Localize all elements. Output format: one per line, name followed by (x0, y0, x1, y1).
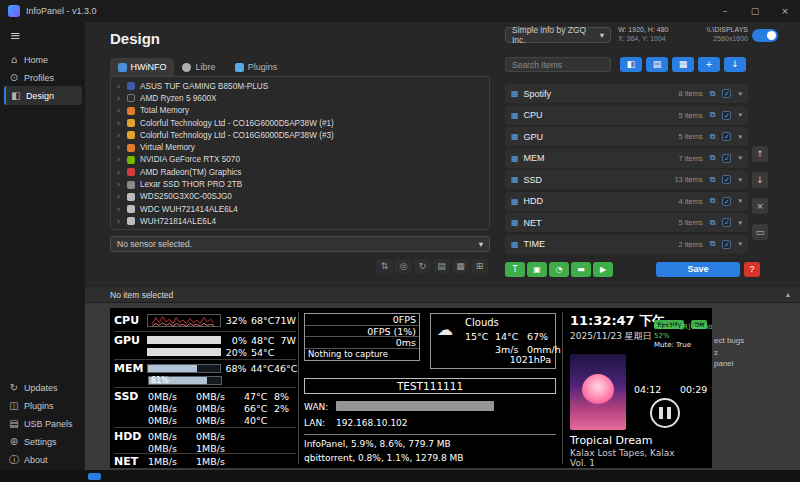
panel-action-add-button[interactable]: + (698, 57, 720, 72)
chevron-down-icon[interactable]: ▾ (738, 90, 742, 98)
sidebar-item-about[interactable]: ⓘ About (4, 450, 82, 469)
sensor-tree-item[interactable]: ›WDS250G3X0C-00SJG0 (111, 191, 489, 203)
sidebar-item-profiles[interactable]: ⊙ Profiles (4, 68, 82, 87)
chevron-down-icon[interactable]: ▾ (738, 176, 742, 184)
link-icon[interactable]: ⧉ (710, 89, 716, 99)
sensor-tree-item[interactable]: ›AMD Radeon(TM) Graphics (111, 166, 489, 178)
tree-toolbar-view-button[interactable]: ◎ (395, 259, 412, 273)
link-icon[interactable]: ⧉ (710, 110, 716, 120)
chevron-down-icon[interactable]: ▾ (738, 133, 742, 141)
item-group-time[interactable]: ▦ TIME 2 items ⧉ ✓ ▾ (505, 235, 748, 254)
about-icon: ⓘ (4, 453, 24, 467)
group-checkbox[interactable]: ✓ (722, 132, 731, 141)
chevron-down-icon[interactable]: ▾ (738, 219, 742, 227)
sensor-select[interactable]: No sensor selected. ▾ (110, 236, 490, 252)
tab-hwinfo[interactable]: HWiNFO (110, 58, 174, 76)
add-bar-button[interactable]: ▬ (571, 262, 591, 277)
group-count: 5 items (679, 132, 703, 141)
tree-toolbar-add-button[interactable]: ⊞ (471, 259, 488, 273)
panel-action-style-button[interactable]: ◧ (620, 57, 642, 72)
sidebar-item-settings[interactable]: ⊛ Settings (4, 432, 82, 451)
chevron-down-icon[interactable]: ▾ (738, 111, 742, 119)
group-checkbox[interactable]: ✓ (722, 111, 731, 120)
tab-libre[interactable]: Libre (176, 58, 222, 76)
remove-button[interactable]: × (752, 198, 768, 214)
sidebar-item-home[interactable]: ⌂ Home (4, 50, 82, 69)
sensor-tree-item[interactable]: ›Colorful Technology Ltd - CO16G6000D5AP… (111, 129, 489, 141)
tree-toolbar-list-button[interactable]: ▤ (433, 259, 450, 273)
panel-preview-canvas[interactable]: CPU 32% 68°C 71W GPU 0% 48°C 7W 20% 54°C (110, 308, 712, 468)
add-gauge-button[interactable]: ◔ (549, 262, 569, 277)
item-group-gpu[interactable]: ▦ GPU 5 items ⧉ ✓ ▾ (505, 127, 748, 146)
link-icon[interactable]: ⧉ (710, 239, 716, 249)
profile-select[interactable]: Simple info by ZGQ Inc. ▾ (505, 27, 611, 43)
panel-action-import-button[interactable]: ↓ (724, 57, 746, 72)
tree-toolbar-refresh-button[interactable]: ↻ (414, 259, 431, 273)
chevron-down-icon[interactable]: ▾ (738, 197, 742, 205)
trash-icon[interactable]: ▭ (752, 224, 768, 240)
group-count: 7 items (679, 154, 703, 163)
device-icon (127, 119, 135, 127)
sensor-tree-item[interactable]: ›ASUS TUF GAMING B850M-PLUS (111, 80, 489, 92)
taskbar-app-indicator[interactable] (88, 473, 101, 480)
collapse-icon[interactable]: ▴ (786, 290, 790, 299)
group-checkbox[interactable]: ✓ (722, 197, 731, 206)
link-icon[interactable]: ⧉ (710, 153, 716, 163)
group-checkbox[interactable]: ✓ (722, 175, 731, 184)
item-group-net[interactable]: ▦ NET 5 items ⧉ ✓ ▾ (505, 213, 748, 232)
sidebar-item-usb-panels[interactable]: ▤ USB Panels (4, 414, 82, 433)
save-button[interactable]: Save (656, 262, 740, 277)
chevron-right-icon: › (117, 217, 127, 226)
item-group-mem[interactable]: ▦ MEM 7 items ⧉ ✓ ▾ (505, 149, 748, 168)
item-group-cpu[interactable]: ▦ CPU 5 items ⧉ ✓ ▾ (505, 106, 748, 125)
sidebar-item-design[interactable]: ◧ Design (4, 86, 82, 105)
group-checkbox[interactable]: ✓ (722, 240, 731, 249)
close-button[interactable]: × (770, 0, 800, 22)
run-button[interactable]: ▶ (593, 262, 613, 277)
clock-date: 2025/11/23 星期日 (570, 330, 652, 343)
search-input[interactable] (505, 57, 611, 72)
maximize-button[interactable]: ▢ (740, 0, 770, 22)
device-icon (127, 217, 135, 225)
display-toggle[interactable] (752, 29, 778, 42)
link-icon[interactable]: ⧉ (710, 218, 716, 228)
item-group-ssd[interactable]: ▦ SSD 13 items ⧉ ✓ ▾ (505, 170, 748, 189)
move-down-button[interactable]: ↓ (752, 172, 768, 188)
item-group-hdd[interactable]: ▦ HDD 4 items ⧉ ✓ ▾ (505, 192, 748, 211)
panel-action-grid-button[interactable]: ▦ (672, 57, 694, 72)
tree-toolbar-sort-button[interactable]: ⇅ (376, 259, 393, 273)
move-up-button[interactable]: ↑ (752, 146, 768, 162)
help-button[interactable]: ? (744, 262, 760, 277)
panel-dimensions: W: 1920, H: 480 X: 364, Y: 1004 (618, 26, 668, 43)
link-icon[interactable]: ⧉ (710, 132, 716, 142)
minimize-button[interactable]: – (710, 0, 740, 22)
sensor-tree-item[interactable]: ›WUH721814ALE6L4 (111, 215, 489, 227)
sensor-tree-item[interactable]: ›Total Memory (111, 105, 489, 117)
sidebar-item-plugins[interactable]: ◫ Plugins (4, 396, 82, 415)
group-checkbox[interactable]: ✓ (722, 218, 731, 227)
tab-plugins[interactable]: Plugins (226, 58, 286, 76)
add-image-button[interactable]: ▣ (527, 262, 547, 277)
sidebar-item-updates[interactable]: ↻ Updates (4, 378, 82, 397)
chevron-down-icon[interactable]: ▾ (738, 240, 742, 248)
weather-feels-like: 14°C (495, 331, 518, 342)
chevron-down-icon[interactable]: ▾ (738, 154, 742, 162)
menu-icon[interactable]: ≡ (10, 28, 21, 43)
group-checkbox[interactable]: ✓ (722, 89, 731, 98)
device-icon (127, 168, 135, 176)
sensor-tree-item[interactable]: ›AMD Ryzen 5 9600X (111, 92, 489, 104)
status-text: No item selected (110, 290, 173, 300)
add-text-button[interactable]: T (505, 262, 525, 277)
sensor-tree-item[interactable]: ›Virtual Memory (111, 141, 489, 153)
group-checkbox[interactable]: ✓ (722, 154, 731, 163)
sensor-tree-item[interactable]: ›WDC WUH721414ALE6L4 (111, 203, 489, 215)
link-icon[interactable]: ⧉ (710, 196, 716, 206)
link-icon[interactable]: ⧉ (710, 175, 716, 185)
sensor-tree-item[interactable]: ›Lexar SSD THOR PRO 2TB (111, 178, 489, 190)
sensor-tree-item[interactable]: ›NVIDIA GeForce RTX 5070 (111, 154, 489, 166)
item-group-spotify[interactable]: ▦ Spotify 8 items ⧉ ✓ ▾ (505, 84, 748, 103)
tree-toolbar-grid-button[interactable]: ▦ (452, 259, 469, 273)
chevron-right-icon: › (117, 119, 127, 128)
sensor-tree-item[interactable]: ›Colorful Technology Ltd - CO16G6000D5AP… (111, 117, 489, 129)
panel-action-layers-button[interactable]: ▤ (646, 57, 668, 72)
